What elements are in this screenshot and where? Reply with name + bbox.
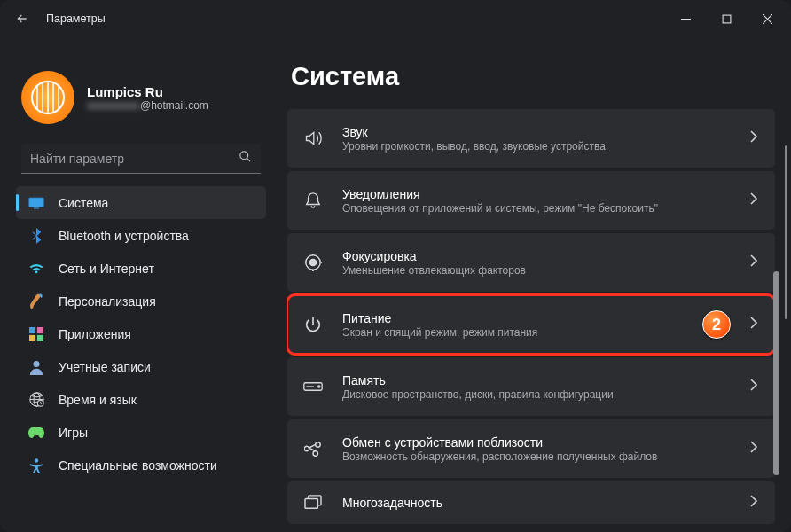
sidebar-item-display[interactable]: Система [16,186,266,219]
row-subtitle: Уменьшение отвлекающих факторов [342,264,731,277]
maximize-button[interactable] [706,0,747,37]
svg-rect-15 [37,327,43,333]
svg-rect-1 [723,15,731,23]
chevron-right-icon [750,130,757,146]
settings-row-focus[interactable]: ФокусировкаУменьшение отвлекающих фактор… [287,233,775,292]
page-title: Система [291,62,775,91]
svg-rect-30 [305,499,317,509]
svg-rect-13 [34,207,39,209]
sidebar-item-label: Сеть и Интернет [59,262,154,276]
svg-point-25 [309,259,316,265]
sidebar-item-apps[interactable]: Приложения [16,317,266,350]
row-title: Обмен с устройствами поблизости [342,435,731,450]
sidebar-item-brush[interactable]: Персонализация [16,285,266,317]
search-icon [239,150,252,167]
sidebar-item-access[interactable]: Специальные возможности [16,449,266,481]
bluetooth-icon [28,228,44,244]
settings-list: ЗвукУровни громкости, вывод, ввод, звуко… [287,109,775,524]
sidebar-item-label: Время и язык [59,393,137,407]
storage-icon [303,377,323,396]
row-title: Многозадачность [342,496,731,510]
search-wrap [16,140,266,186]
share-icon [303,439,323,458]
row-subtitle: Экран и спящий режим, режим питания [342,326,683,339]
row-text: УведомленияОповещения от приложений и си… [342,187,731,215]
page-header: Система [287,37,775,109]
row-subtitle: Возможность обнаружения, расположение по… [342,450,731,463]
svg-rect-12 [29,198,44,207]
scrollbar-thumb-outer[interactable] [773,271,779,475]
row-text: ПитаниеЭкран и спящий режим, режим питан… [342,311,683,339]
apps-icon [28,326,44,342]
row-subtitle: Уровни громкости, вывод, ввод, звуковые … [342,140,731,153]
window-body: Lumpics Ru xxxxxxxxxx@hotmail.com Систем… [0,37,791,532]
sidebar-item-bluetooth[interactable]: Bluetooth и устройства [16,219,266,252]
focus-icon [303,253,323,272]
settings-row-power[interactable]: ПитаниеЭкран и спящий режим, режим питан… [287,295,775,354]
brush-icon [28,293,44,309]
account-text: Lumpics Ru xxxxxxxxxx@hotmail.com [87,84,208,112]
globe-icon [28,392,44,408]
row-subtitle: Оповещения от приложений и системы, режи… [342,202,731,215]
power-icon [303,315,323,334]
svg-point-18 [33,360,39,366]
chevron-right-icon [750,254,757,270]
sidebar-item-game[interactable]: Игры [16,416,266,449]
row-title: Уведомления [342,187,731,201]
main-panel: Система ЗвукУровни громкости, вывод, вво… [275,37,791,532]
display-icon [28,195,44,211]
wifi-icon [28,261,44,277]
sidebar-item-label: Учетные записи [59,360,151,374]
row-text: Обмен с устройствами поблизостиВозможнос… [342,435,731,463]
search-box[interactable] [21,144,261,174]
row-title: Звук [342,125,731,139]
sidebar-item-person[interactable]: Учетные записи [16,350,266,383]
annotation-badge: 2 [702,310,731,339]
person-icon [28,359,44,375]
multi-icon [303,493,323,512]
chevron-right-icon [750,317,757,332]
row-text: ЗвукУровни громкости, вывод, ввод, звуко… [342,125,731,153]
settings-row-share[interactable]: Обмен с устройствами поблизостиВозможнос… [287,419,775,478]
svg-rect-16 [29,334,35,340]
svg-rect-14 [29,327,35,333]
avatar [21,71,74,124]
sidebar-item-label: Приложения [59,327,131,341]
scrollbar-thumb[interactable] [785,145,787,319]
search-input[interactable] [30,152,239,166]
row-title: Фокусировка [342,249,731,263]
sound-icon [303,129,323,148]
account-name: Lumpics Ru [87,84,208,99]
account-email: xxxxxxxxxx@hotmail.com [87,99,208,112]
settings-row-multi[interactable]: Многозадачность [287,481,775,524]
close-button[interactable] [747,0,787,37]
sidebar-item-globe[interactable]: Время и язык [16,383,266,416]
settings-row-storage[interactable]: ПамятьДисковое пространство, диски, прав… [287,357,775,416]
svg-line-11 [247,158,250,161]
sidebar-item-label: Игры [59,426,88,440]
svg-point-27 [318,386,320,387]
sidebar: Lumpics Ru xxxxxxxxxx@hotmail.com Систем… [0,37,275,532]
row-subtitle: Дисковое пространство, диски, правила ко… [342,388,731,401]
settings-row-bell[interactable]: УведомленияОповещения от приложений и си… [287,171,775,230]
titlebar: Параметры [0,0,791,37]
row-text: Многозадачность [342,496,731,510]
account-block[interactable]: Lumpics Ru xxxxxxxxxx@hotmail.com [16,37,266,140]
svg-point-10 [240,152,248,160]
row-title: Память [342,373,731,387]
chevron-right-icon [750,192,757,208]
sidebar-item-wifi[interactable]: Сеть и Интернет [16,252,266,285]
svg-point-23 [35,458,39,463]
settings-row-sound[interactable]: ЗвукУровни громкости, вывод, ввод, звуко… [287,109,775,168]
nav-list: СистемаBluetooth и устройстваСеть и Инте… [16,186,266,481]
chevron-right-icon [750,495,757,511]
caption-controls [665,0,787,37]
row-text: ПамятьДисковое пространство, диски, прав… [342,373,731,401]
chevron-right-icon [750,441,757,457]
sidebar-item-label: Bluetooth и устройства [59,229,189,243]
sidebar-item-label: Персонализация [59,294,156,309]
minimize-button[interactable] [665,0,706,37]
back-icon[interactable] [14,11,30,27]
chevron-right-icon [750,379,757,395]
window-title: Параметры [46,12,665,25]
